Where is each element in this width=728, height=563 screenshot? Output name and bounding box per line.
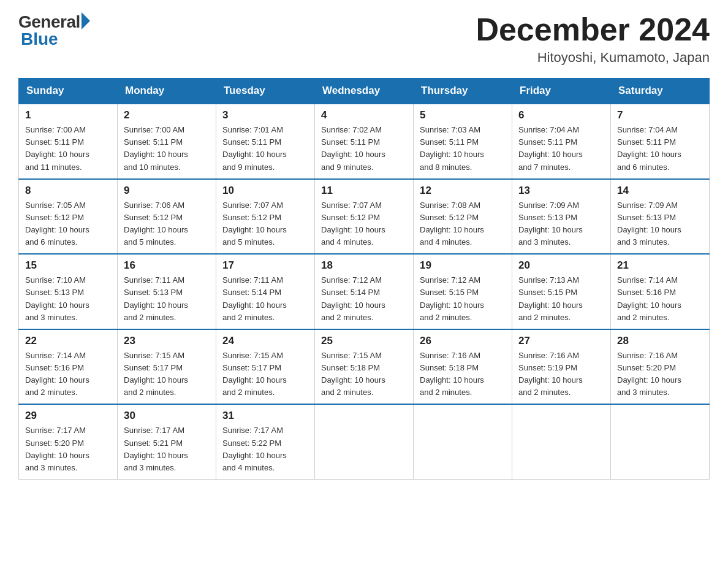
column-header-monday: Monday — [118, 79, 216, 104]
day-info: Sunrise: 7:13 AMSunset: 5:15 PMDaylight:… — [518, 274, 604, 324]
calendar-cell — [512, 404, 611, 479]
location: Hitoyoshi, Kumamoto, Japan — [476, 50, 710, 66]
day-info: Sunrise: 7:10 AMSunset: 5:13 PMDaylight:… — [25, 274, 111, 324]
day-number: 11 — [321, 185, 407, 197]
day-number: 31 — [222, 410, 308, 422]
calendar-cell: 17Sunrise: 7:11 AMSunset: 5:14 PMDayligh… — [216, 254, 315, 329]
day-number: 15 — [25, 259, 111, 272]
logo-blue-text: Blue — [18, 29, 58, 49]
day-info: Sunrise: 7:05 AMSunset: 5:12 PMDaylight:… — [25, 199, 111, 249]
day-info: Sunrise: 7:03 AMSunset: 5:11 PMDaylight:… — [420, 124, 506, 174]
day-number: 2 — [124, 109, 210, 121]
day-number: 23 — [124, 335, 210, 347]
day-number: 14 — [617, 185, 703, 197]
day-number: 29 — [25, 410, 111, 422]
day-info: Sunrise: 7:09 AMSunset: 5:13 PMDaylight:… — [518, 199, 604, 249]
day-info: Sunrise: 7:07 AMSunset: 5:12 PMDaylight:… — [321, 199, 407, 249]
day-info: Sunrise: 7:04 AMSunset: 5:11 PMDaylight:… — [518, 124, 604, 174]
day-number: 8 — [25, 185, 111, 197]
day-number: 18 — [321, 259, 407, 272]
day-info: Sunrise: 7:12 AMSunset: 5:14 PMDaylight:… — [321, 274, 407, 324]
page-header: General Blue December 2024 Hitoyoshi, Ku… — [18, 12, 710, 66]
day-info: Sunrise: 7:00 AMSunset: 5:11 PMDaylight:… — [124, 124, 210, 174]
calendar-table: SundayMondayTuesdayWednesdayThursdayFrid… — [18, 78, 710, 480]
calendar-cell: 9Sunrise: 7:06 AMSunset: 5:12 PMDaylight… — [118, 179, 216, 255]
calendar-cell — [315, 404, 414, 479]
day-info: Sunrise: 7:00 AMSunset: 5:11 PMDaylight:… — [25, 124, 111, 174]
day-number: 13 — [518, 185, 604, 197]
calendar-cell: 21Sunrise: 7:14 AMSunset: 5:16 PMDayligh… — [611, 254, 710, 329]
logo-arrow-icon — [82, 12, 90, 29]
day-info: Sunrise: 7:07 AMSunset: 5:12 PMDaylight:… — [222, 199, 308, 249]
day-info: Sunrise: 7:15 AMSunset: 5:18 PMDaylight:… — [321, 350, 407, 399]
day-number: 21 — [617, 259, 703, 272]
week-row-3: 15Sunrise: 7:10 AMSunset: 5:13 PMDayligh… — [19, 254, 710, 329]
day-info: Sunrise: 7:02 AMSunset: 5:11 PMDaylight:… — [321, 124, 407, 174]
calendar-cell — [414, 404, 512, 479]
calendar-cell: 25Sunrise: 7:15 AMSunset: 5:18 PMDayligh… — [315, 329, 414, 405]
calendar-cell: 13Sunrise: 7:09 AMSunset: 5:13 PMDayligh… — [512, 179, 611, 255]
day-info: Sunrise: 7:17 AMSunset: 5:21 PMDaylight:… — [124, 424, 210, 474]
calendar-cell: 16Sunrise: 7:11 AMSunset: 5:13 PMDayligh… — [118, 254, 216, 329]
day-number: 4 — [321, 109, 407, 121]
day-number: 12 — [420, 185, 506, 197]
day-number: 7 — [617, 109, 703, 121]
day-number: 22 — [25, 335, 111, 347]
day-info: Sunrise: 7:14 AMSunset: 5:16 PMDaylight:… — [617, 274, 703, 324]
calendar-cell: 10Sunrise: 7:07 AMSunset: 5:12 PMDayligh… — [216, 179, 315, 255]
calendar-cell: 27Sunrise: 7:16 AMSunset: 5:19 PMDayligh… — [512, 329, 611, 405]
calendar-header-row: SundayMondayTuesdayWednesdayThursdayFrid… — [19, 79, 710, 104]
week-row-4: 22Sunrise: 7:14 AMSunset: 5:16 PMDayligh… — [19, 329, 710, 405]
calendar-cell: 18Sunrise: 7:12 AMSunset: 5:14 PMDayligh… — [315, 254, 414, 329]
calendar-cell: 11Sunrise: 7:07 AMSunset: 5:12 PMDayligh… — [315, 179, 414, 255]
calendar-cell: 28Sunrise: 7:16 AMSunset: 5:20 PMDayligh… — [611, 329, 710, 405]
day-info: Sunrise: 7:16 AMSunset: 5:18 PMDaylight:… — [420, 350, 506, 399]
column-header-thursday: Thursday — [414, 79, 512, 104]
day-info: Sunrise: 7:14 AMSunset: 5:16 PMDaylight:… — [25, 350, 111, 399]
day-info: Sunrise: 7:01 AMSunset: 5:11 PMDaylight:… — [222, 124, 308, 174]
day-info: Sunrise: 7:17 AMSunset: 5:20 PMDaylight:… — [25, 424, 111, 474]
day-info: Sunrise: 7:11 AMSunset: 5:13 PMDaylight:… — [124, 274, 210, 324]
day-info: Sunrise: 7:17 AMSunset: 5:22 PMDaylight:… — [222, 424, 308, 474]
day-number: 10 — [222, 185, 308, 197]
day-number: 19 — [420, 259, 506, 272]
calendar-cell: 1Sunrise: 7:00 AMSunset: 5:11 PMDaylight… — [19, 104, 118, 179]
calendar-cell: 7Sunrise: 7:04 AMSunset: 5:11 PMDaylight… — [611, 104, 710, 179]
day-number: 5 — [420, 109, 506, 121]
calendar-cell: 22Sunrise: 7:14 AMSunset: 5:16 PMDayligh… — [19, 329, 118, 405]
day-info: Sunrise: 7:06 AMSunset: 5:12 PMDaylight:… — [124, 199, 210, 249]
column-header-tuesday: Tuesday — [216, 79, 315, 104]
logo: General Blue — [18, 12, 90, 49]
day-number: 6 — [518, 109, 604, 121]
calendar-cell: 20Sunrise: 7:13 AMSunset: 5:15 PMDayligh… — [512, 254, 611, 329]
day-info: Sunrise: 7:16 AMSunset: 5:19 PMDaylight:… — [518, 350, 604, 399]
day-number: 1 — [25, 109, 111, 121]
calendar-cell: 5Sunrise: 7:03 AMSunset: 5:11 PMDaylight… — [414, 104, 512, 179]
calendar-cell: 15Sunrise: 7:10 AMSunset: 5:13 PMDayligh… — [19, 254, 118, 329]
day-number: 17 — [222, 259, 308, 272]
column-header-sunday: Sunday — [19, 79, 118, 104]
calendar-cell: 14Sunrise: 7:09 AMSunset: 5:13 PMDayligh… — [611, 179, 710, 255]
day-number: 24 — [222, 335, 308, 347]
day-number: 25 — [321, 335, 407, 347]
calendar-cell: 26Sunrise: 7:16 AMSunset: 5:18 PMDayligh… — [414, 329, 512, 405]
day-info: Sunrise: 7:11 AMSunset: 5:14 PMDaylight:… — [222, 274, 308, 324]
week-row-1: 1Sunrise: 7:00 AMSunset: 5:11 PMDaylight… — [19, 104, 710, 179]
day-number: 27 — [518, 335, 604, 347]
week-row-2: 8Sunrise: 7:05 AMSunset: 5:12 PMDaylight… — [19, 179, 710, 255]
day-number: 26 — [420, 335, 506, 347]
day-number: 20 — [518, 259, 604, 272]
calendar-cell: 19Sunrise: 7:12 AMSunset: 5:15 PMDayligh… — [414, 254, 512, 329]
day-info: Sunrise: 7:15 AMSunset: 5:17 PMDaylight:… — [124, 350, 210, 399]
calendar-cell: 2Sunrise: 7:00 AMSunset: 5:11 PMDaylight… — [118, 104, 216, 179]
calendar-cell: 23Sunrise: 7:15 AMSunset: 5:17 PMDayligh… — [118, 329, 216, 405]
calendar-cell: 4Sunrise: 7:02 AMSunset: 5:11 PMDaylight… — [315, 104, 414, 179]
calendar-cell: 6Sunrise: 7:04 AMSunset: 5:11 PMDaylight… — [512, 104, 611, 179]
calendar-cell: 12Sunrise: 7:08 AMSunset: 5:12 PMDayligh… — [414, 179, 512, 255]
day-info: Sunrise: 7:04 AMSunset: 5:11 PMDaylight:… — [617, 124, 703, 174]
week-row-5: 29Sunrise: 7:17 AMSunset: 5:20 PMDayligh… — [19, 404, 710, 479]
calendar-cell — [611, 404, 710, 479]
day-info: Sunrise: 7:16 AMSunset: 5:20 PMDaylight:… — [617, 350, 703, 399]
column-header-saturday: Saturday — [611, 79, 710, 104]
day-info: Sunrise: 7:08 AMSunset: 5:12 PMDaylight:… — [420, 199, 506, 249]
